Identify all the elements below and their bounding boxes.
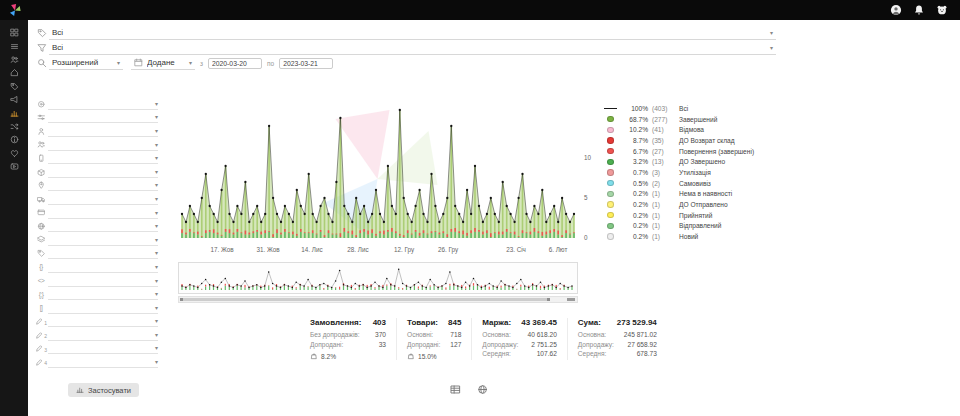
search-icon[interactable] [34,58,49,68]
legend-item-10[interactable]: 0.2%(1)Прийнятий [603,210,783,221]
legend-percent: 68.7% [621,116,648,123]
filter-select-manager[interactable]: ▾ [48,125,158,137]
filter-select-status[interactable]: ▾ [48,98,158,110]
legend-item-8[interactable]: 0.2%(1)Нема в наявності [603,189,783,200]
filter-select-phone[interactable]: ▾ [48,152,158,164]
status-select[interactable]: Всі ▾ [49,42,776,55]
legend-item-7[interactable]: 0.5%(2)Самовивіз [603,178,783,189]
legend-swatch [603,233,618,239]
sidebar-item-orders[interactable] [3,40,25,51]
stats-upsell-badge: 8.2% [310,352,386,360]
filter-select-delivery[interactable]: ▾ [48,193,158,205]
filter-select-custom-field-4[interactable]: ▾ [48,302,158,314]
filter-select-product[interactable]: ▾ [48,166,158,178]
orders-timeline-chart[interactable] [178,98,578,242]
legend-swatch [603,159,618,165]
legend-item-2[interactable]: 10.2%(41)Відмова [603,124,783,135]
filter-select-custom-field-3[interactable]: ▾ [48,288,158,300]
chart-navigator[interactable] [178,262,578,294]
filter-select-custom-field-1[interactable]: ▾ [48,261,158,273]
scrollbar-handle-right[interactable] [547,298,550,301]
status-filter-icon [34,43,49,53]
filter-select-note-2[interactable]: ▾ [48,329,158,341]
legend-percent: 6.7% [621,148,648,155]
filter-select-custom-field-2[interactable]: ▾ [48,275,158,287]
x-axis-label: 12. Гру [394,246,414,253]
x-axis-label: 17. Жов [210,246,233,253]
scrollbar-thumb[interactable] [180,298,550,301]
filter-row-note-3: 3▾ [34,342,158,356]
date-to-input[interactable] [279,58,333,69]
stats-sub-value: 27 658.92 [627,341,656,351]
search-mode-select[interactable]: Розширений ▾ [49,57,123,70]
sidebar-item-marketing[interactable] [3,94,25,105]
legend-label: Самовивіз [679,180,711,187]
legend-count: (41) [652,126,678,133]
apply-button-label: Застосувати [88,386,131,395]
legend-item-3[interactable]: 8.7%(35)ДО Возврат склад [603,135,783,146]
filter-select-note-1[interactable]: ▾ [48,315,158,327]
legend-count: (1) [652,190,678,197]
filter-select-region[interactable]: ▾ [48,179,158,191]
y-axis-label: 0 [584,234,588,241]
legend-item-0[interactable]: 100%(403)Всі [603,103,783,114]
filter-select-note-3[interactable]: ▾ [48,342,158,354]
order-type-filter-icon [34,28,49,38]
table-view-icon[interactable] [450,384,461,395]
legend-count: (277) [652,116,678,123]
sidebar-item-analytics[interactable] [3,107,25,118]
legend-item-1[interactable]: 68.7%(277)Завершений [603,114,783,125]
stats-badge-value: 8.2% [321,353,336,360]
sidebar-item-store[interactable] [3,67,25,78]
filter-select-category[interactable]: ▾ [48,234,158,246]
export-globe-icon[interactable] [477,384,488,395]
legend-item-9[interactable]: 0.2%(1)ДО Отправлено [603,199,783,210]
scrollbar-handle-left[interactable] [180,298,183,301]
filter-select-client[interactable]: ▾ [48,139,158,151]
x-axis-label: 28. Лис [347,246,368,253]
date-field-select[interactable]: Додане ▾ [131,57,195,70]
chart-icon [10,109,19,118]
apply-filters-button[interactable]: Застосувати [68,383,139,397]
filter-row-note-2: 2▾ [34,328,158,342]
sidebar-item-info[interactable] [3,134,25,145]
legend-swatch [603,127,618,133]
legend-percent: 0.5% [621,180,648,187]
topbar-assistant-icon[interactable] [935,4,948,17]
stats-sub-value: 33 [379,341,386,351]
filter-select-parameters[interactable]: ▾ [48,111,158,123]
app-logo-icon[interactable] [8,3,22,17]
chart-scrollbar[interactable] [178,296,578,303]
legend-item-5[interactable]: 3.2%(13)ДО Завершено [603,156,783,167]
x-axis-label: 26. Гру [438,246,458,253]
legend-item-6[interactable]: 0.7%(3)Утилізація [603,167,783,178]
stats-sub-label: Основна: [578,331,606,341]
filter-select-tags[interactable]: ▾ [48,247,158,259]
filter-select-payment[interactable]: ▾ [48,207,158,219]
sidebar-item-products[interactable] [3,81,25,92]
date-from-input[interactable] [208,58,262,69]
stats-title-row: Маржа:43 369.45 [482,318,556,327]
sidebar-item-dashboard[interactable] [3,27,25,38]
legend-item-12[interactable]: 0.2%(1)Новий [603,231,783,242]
topbar-profile-icon[interactable] [889,4,902,17]
sidebar-item-tutorials[interactable] [3,161,25,172]
heart-icon [10,149,19,158]
legend-label: Відмова [679,126,704,133]
sidebar-item-support[interactable] [3,148,25,159]
x-axis-label: 6. Лют [549,246,568,253]
stats-sub-value: 678.73 [637,350,657,360]
sidebar-item-integrations[interactable] [3,121,25,132]
order-type-select[interactable]: Всі ▾ [49,27,776,40]
filter-select-source[interactable]: ▾ [48,220,158,232]
filter-select-note-4[interactable]: ▾ [48,356,158,368]
chevron-down-icon: ▾ [155,304,158,311]
topbar-notifications-icon[interactable] [912,4,925,17]
scrollbar-end-handle[interactable] [567,298,575,301]
chart-x-axis: 17. Жов31. Жов14. Лис28. Лис12. Гру26. Г… [178,246,578,255]
stats-value: 43 369.45 [521,318,557,327]
legend-item-11[interactable]: 0.2%(1)Відправлений [603,221,783,232]
chart-legend: 100%(403)Всі68.7%(277)Завершений10.2%(41… [603,103,783,242]
sidebar-item-customers[interactable] [3,54,25,65]
legend-item-4[interactable]: 6.7%(27)Повернення (завершені) [603,146,783,157]
